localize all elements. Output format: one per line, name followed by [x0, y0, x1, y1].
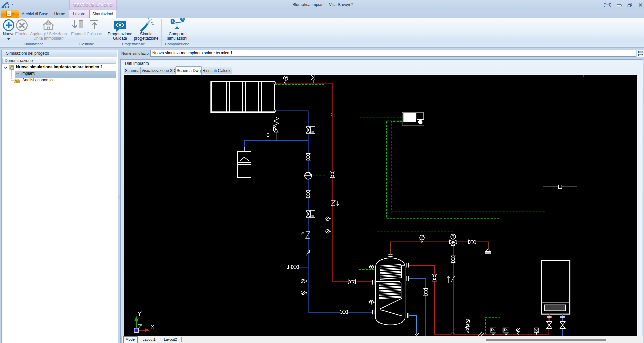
svg-text:Compara: Compara: [169, 32, 186, 36]
svg-text:Simula: Simula: [140, 32, 153, 36]
svg-text:Aggiungi / Seleziona: Aggiungi / Seleziona: [30, 32, 67, 36]
svg-text:simulazioni: simulazioni: [167, 36, 187, 41]
svg-text:Unità Immobiliari: Unità Immobiliari: [33, 36, 63, 41]
svg-text:Collassa: Collassa: [87, 32, 102, 36]
svg-text:Espandi: Espandi: [71, 32, 85, 36]
svg-text:Guidata: Guidata: [113, 36, 127, 41]
svg-text:progettazione: progettazione: [134, 36, 159, 41]
svg-text:B: B: [182, 18, 184, 20]
svg-text:A: A: [172, 20, 174, 22]
svg-text:Progettazione: Progettazione: [108, 32, 132, 36]
svg-text:Nuova: Nuova: [3, 32, 15, 36]
svg-text:Elimina: Elimina: [15, 32, 29, 36]
